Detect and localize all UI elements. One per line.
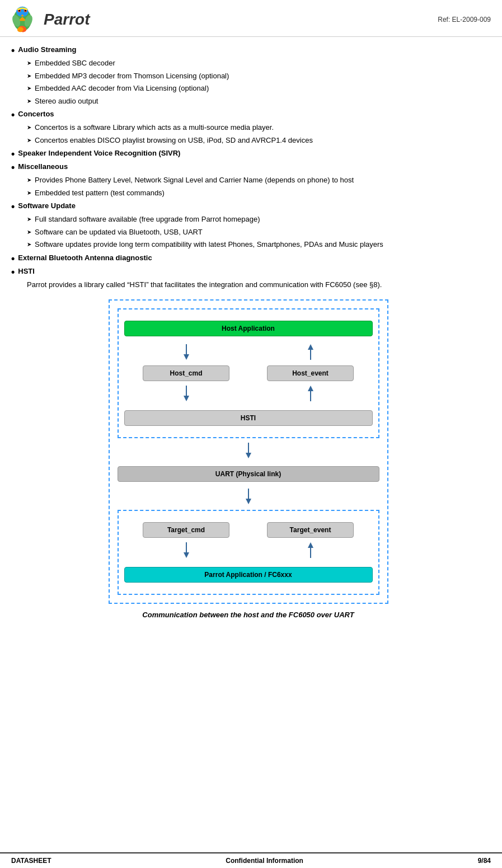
list-item-antenna: External Bluetooth Antenna diagnostic — [11, 254, 485, 264]
header: Parrot Ref: EL-2009-009 — [0, 0, 502, 37]
footer-center: Confidential Information — [226, 857, 303, 865]
svg-marker-19 — [308, 386, 313, 391]
target-event-box: Target_event — [267, 522, 354, 538]
host-cmd-event-row: Host_cmd Host_event — [124, 365, 373, 381]
list-item: Provides Phone Battery Level, Network Si… — [27, 175, 485, 186]
diagram-container: Host Application — [109, 299, 388, 619]
host-cmd-box: Host_cmd — [143, 365, 229, 381]
list-item: Stereo audio output — [27, 96, 485, 107]
host-application-row: Host Application — [124, 316, 373, 341]
list-item: Embedded SBC decoder — [27, 58, 485, 69]
parrot-app-box: Parrot Application / FC6xxx — [124, 567, 373, 583]
list-item-misc: Miscellaneous Provides Phone Battery Lev… — [11, 162, 485, 198]
svg-marker-23 — [246, 499, 251, 504]
section-title-misc: Miscellaneous — [11, 162, 485, 172]
hsti-box: HSTI — [124, 410, 373, 426]
list-item: Software updates provide long term compa… — [27, 239, 485, 250]
list-item-audio: Audio Streaming Embedded SBC decoder Emb… — [11, 45, 485, 106]
list-item: Full standard software available (free u… — [27, 214, 485, 225]
host-application-box: Host Application — [124, 321, 373, 336]
arrow-up-from-hsti-right — [305, 386, 316, 402]
svg-marker-27 — [308, 542, 313, 548]
list-item-software: Software Update Full standard software a… — [11, 201, 485, 250]
list-item: Embedded test pattern (test commands) — [27, 187, 485, 199]
sub-list-concertos: Concertos is a software Library which ac… — [27, 122, 485, 146]
section-title-audio: Audio Streaming — [11, 45, 485, 55]
sub-list-audio: Embedded SBC decoder Embedded MP3 decode… — [27, 58, 485, 106]
svg-marker-17 — [184, 396, 189, 401]
target-cmd-event-row: Target_cmd Target_event — [124, 522, 373, 538]
list-item: Concertos enables DISCO playlist browsin… — [27, 135, 485, 146]
svg-marker-15 — [308, 344, 313, 350]
main-content: Audio Streaming Embedded SBC decoder Emb… — [0, 37, 502, 673]
footer: DATASHEET Confidential Information 9/84 — [0, 852, 502, 868]
arrow-up-host-event — [305, 344, 316, 361]
list-item-hsti: HSTI Parrot provides a library called “H… — [11, 267, 485, 291]
list-item: Concertos is a software Library which ac… — [27, 122, 485, 133]
footer-left: DATASHEET — [11, 857, 51, 865]
sub-list-software: Full standard software available (free u… — [27, 214, 485, 250]
arrow-down-hsti-uart — [243, 443, 254, 459]
hsti-row: HSTI — [124, 406, 373, 430]
section-title-sivr: Speaker Independent Voice Recognition (S… — [11, 149, 485, 159]
sub-list-misc: Provides Phone Battery Level, Network Si… — [27, 175, 485, 198]
arrow-down-to-hsti-left — [181, 386, 192, 402]
svg-marker-21 — [246, 453, 251, 458]
section-title-antenna: External Bluetooth Antenna diagnostic — [11, 254, 485, 264]
svg-marker-13 — [184, 354, 189, 360]
logo-text: Parrot — [44, 11, 90, 29]
uart-box: UART (Physical link) — [118, 466, 379, 482]
list-item: Embedded AAC decoder from Via Licensing … — [27, 83, 485, 94]
section-title-software: Software Update — [11, 201, 485, 212]
ref-text: Ref: EL-2009-009 — [438, 16, 491, 24]
svg-marker-25 — [184, 552, 189, 558]
svg-point-6 — [25, 10, 26, 12]
section-title-hsti: HSTI — [11, 267, 485, 277]
parrot-logo-icon — [6, 6, 39, 34]
list-item-concertos: Concertos Concertos is a software Librar… — [11, 110, 485, 146]
footer-right: 9/84 — [478, 857, 491, 865]
host-event-box: Host_event — [267, 365, 354, 381]
main-list: Audio Streaming Embedded SBC decoder Emb… — [11, 45, 485, 290]
target-cmd-box: Target_cmd — [143, 522, 229, 538]
arrow-down-target-cmd — [181, 542, 192, 559]
parrot-app-row: Parrot Application / FC6xxx — [124, 562, 373, 587]
svg-point-5 — [18, 10, 20, 12]
list-item: Software can be updated via Bluetooth, U… — [27, 227, 485, 238]
section-title-concertos: Concertos — [11, 110, 485, 120]
arrow-down-uart-target — [243, 489, 254, 505]
arrow-down-host-cmd — [181, 344, 192, 361]
uart-row: UART (Physical link) — [118, 462, 379, 486]
list-item: Embedded MP3 decoder from Thomson Licens… — [27, 71, 485, 82]
hsti-body-text: Parrot provides a library called “HSTI” … — [27, 279, 485, 291]
list-item-sivr: Speaker Independent Voice Recognition (S… — [11, 149, 485, 159]
logo-area: Parrot — [6, 6, 90, 34]
arrow-up-target-event — [305, 542, 316, 559]
diagram-caption: Communication between the host and the F… — [109, 611, 388, 619]
